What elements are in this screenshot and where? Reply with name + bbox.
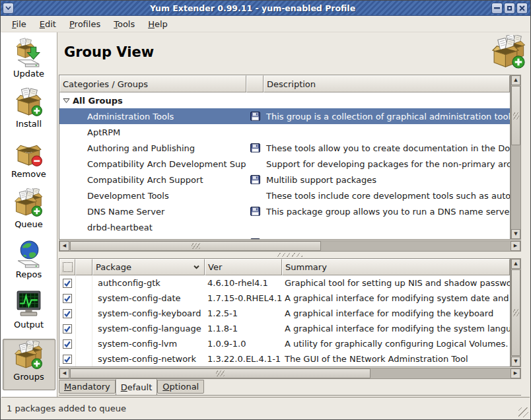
- minimize-button[interactable]: [491, 3, 503, 14]
- scroll-up-arrow[interactable]: ▲: [511, 259, 520, 269]
- group-row[interactable]: Compatibility Arch Development Support S…: [59, 156, 510, 172]
- package-name: system-config-network: [92, 354, 205, 364]
- column-header-summary[interactable]: Summary: [282, 259, 510, 275]
- package-version: 1.0.9-1.0: [205, 339, 282, 349]
- groups-pane: Categories / Groups Description All Grou…: [59, 75, 521, 251]
- package-summary: A graphical interface for modifying the …: [282, 324, 510, 333]
- group-row[interactable]: drbd-heartbeat: [59, 219, 510, 235]
- sidebar-item-remove[interactable]: Remove: [3, 138, 55, 188]
- groups-vertical-scrollbar[interactable]: ▲ ▼: [511, 75, 521, 240]
- column-header-checkbox[interactable]: [59, 259, 75, 275]
- update-box-icon: [14, 38, 44, 67]
- group-row[interactable]: Development Tools These tools include co…: [59, 188, 510, 203]
- column-header-categories-groups[interactable]: Categories / Groups: [59, 75, 246, 92]
- sidebar-item-repos[interactable]: Repos: [3, 238, 55, 289]
- group-row[interactable]: Compatibility Arch Support Multilib supp…: [59, 172, 510, 188]
- maximize-button[interactable]: [504, 3, 515, 14]
- menu-item[interactable]: Edit: [33, 17, 63, 31]
- group-row[interactable]: DNS Name Server This package group allow…: [59, 203, 510, 219]
- group-row[interactable]: Authoring and Publishing These tools all…: [59, 140, 510, 156]
- expander-triangle-icon[interactable]: [63, 98, 73, 104]
- scroll-left-arrow[interactable]: ◀: [59, 368, 69, 378]
- menu-item-label: Tools: [114, 19, 135, 29]
- menu-item[interactable]: File: [5, 17, 33, 31]
- checkbox-checked[interactable]: [63, 324, 72, 333]
- tab[interactable]: Default: [116, 378, 158, 396]
- scroll-down-arrow[interactable]: ▼: [511, 229, 520, 239]
- pane-splitter[interactable]: [59, 252, 521, 258]
- scroll-left-arrow[interactable]: ◀: [59, 241, 69, 251]
- groups-horizontal-scrollbar[interactable]: ◀ ▶: [59, 240, 521, 252]
- column-header-spacer[interactable]: [75, 259, 92, 275]
- checkbox-checked[interactable]: [63, 309, 72, 318]
- sidebar-item-queue[interactable]: Queue: [3, 188, 55, 238]
- scrollbar-thumb[interactable]: [70, 241, 321, 251]
- menu-item[interactable]: Profiles: [63, 17, 107, 31]
- titlebar[interactable]: Yum Extender 0.99.11 - yum-enabled Profi…: [1, 1, 530, 16]
- tab[interactable]: Mandatory: [59, 380, 116, 394]
- group-name: Compatibility Arch Development Support: [87, 159, 246, 169]
- group-name-cell: Editors: [59, 238, 246, 240]
- column-header-description[interactable]: Description: [264, 75, 510, 92]
- column-header-ver[interactable]: Ver: [205, 259, 282, 275]
- package-spacer-cell: [75, 336, 92, 351]
- groups-boxes-plus-icon: [491, 35, 526, 70]
- group-row[interactable]: All Groups: [59, 92, 510, 108]
- menu-item[interactable]: Tools: [107, 17, 141, 31]
- package-name: system-config-lvm: [92, 339, 205, 349]
- column-header-icon[interactable]: [246, 75, 264, 92]
- scroll-up-arrow[interactable]: ▲: [511, 75, 520, 85]
- floppy-disk-icon: [250, 175, 260, 184]
- package-spacer-cell: [75, 351, 92, 367]
- checkbox-checked[interactable]: [63, 355, 72, 364]
- scrollbar-thumb[interactable]: [511, 86, 520, 145]
- sidebar-item-groups[interactable]: Groups: [3, 339, 55, 390]
- package-row[interactable]: authconfig-gtk 4.6.10-rhel4.1 Graphical …: [59, 275, 510, 291]
- sidebar-item-label: Queue: [15, 219, 43, 229]
- tab[interactable]: Optional: [157, 380, 204, 394]
- scrollbar-thumb[interactable]: [511, 269, 520, 356]
- group-row[interactable]: Editors Sometimes called text editors, t…: [59, 235, 510, 240]
- menu-item[interactable]: Help: [141, 17, 174, 31]
- resize-grip[interactable]: [518, 407, 528, 417]
- packages-horizontal-scrollbar[interactable]: ◀ ▶: [59, 368, 521, 379]
- group-icon-cell: [246, 127, 264, 137]
- group-description: These tools allow you to create document…: [264, 143, 510, 153]
- package-row[interactable]: system-config-lvm 1.0.9-1.0 A utility fo…: [59, 336, 510, 351]
- package-row[interactable]: system-config-keyboard 1.2.5-1 A graphic…: [59, 306, 510, 321]
- packages-vertical-scrollbar[interactable]: ▲ ▼: [511, 258, 521, 367]
- group-name-cell: Development Tools: [59, 191, 246, 201]
- sidebar-item-label: Groups: [13, 372, 44, 382]
- group-name-cell: DNS Name Server: [59, 207, 246, 217]
- package-row[interactable]: system-config-language 1.1.8-1 A graphic…: [59, 321, 510, 336]
- menubar: File Edit Profiles Tools Help: [1, 16, 530, 32]
- checkbox-checked[interactable]: [63, 339, 72, 349]
- group-row[interactable]: AptRPM: [59, 124, 510, 140]
- scroll-down-arrow[interactable]: ▼: [511, 357, 520, 367]
- main-panel: Group View Categories / Groups Descripti…: [57, 32, 531, 398]
- close-button[interactable]: [516, 3, 528, 14]
- group-icon-cell: [246, 191, 264, 200]
- group-row[interactable]: Administration Tools This group is a col…: [59, 108, 510, 124]
- package-row[interactable]: system-config-date 1.7.15-0.RHEL4.1 A gr…: [59, 291, 510, 306]
- column-header-package[interactable]: Package: [92, 259, 205, 275]
- package-checkbox-cell: [59, 339, 75, 349]
- groups-table: Categories / Groups Description All Grou…: [59, 75, 511, 240]
- tab-label: Default: [121, 382, 153, 392]
- install-box-plus-icon: [14, 88, 44, 118]
- sidebar-item-update[interactable]: Update: [3, 38, 55, 88]
- sidebar-item-install[interactable]: Install: [3, 88, 55, 138]
- package-row[interactable]: system-config-network 1.3.22.0.EL.4.1-1 …: [59, 351, 510, 367]
- close-icon: [519, 5, 525, 11]
- checkbox-checked[interactable]: [63, 294, 72, 303]
- window-menu-button[interactable]: [3, 3, 14, 14]
- sidebar-item-label: Output: [14, 320, 44, 330]
- package-type-tabs: Mandatory Default Optional: [59, 378, 521, 396]
- sidebar-item-output[interactable]: Output: [3, 289, 55, 339]
- package-checkbox-cell: [59, 279, 75, 288]
- checkbox-checked[interactable]: [63, 279, 72, 288]
- scroll-right-arrow[interactable]: ▶: [511, 241, 520, 251]
- scroll-right-arrow[interactable]: ▶: [511, 368, 520, 378]
- status-text: 1 packages added to queue: [7, 403, 126, 413]
- scrollbar-thumb[interactable]: [70, 368, 371, 378]
